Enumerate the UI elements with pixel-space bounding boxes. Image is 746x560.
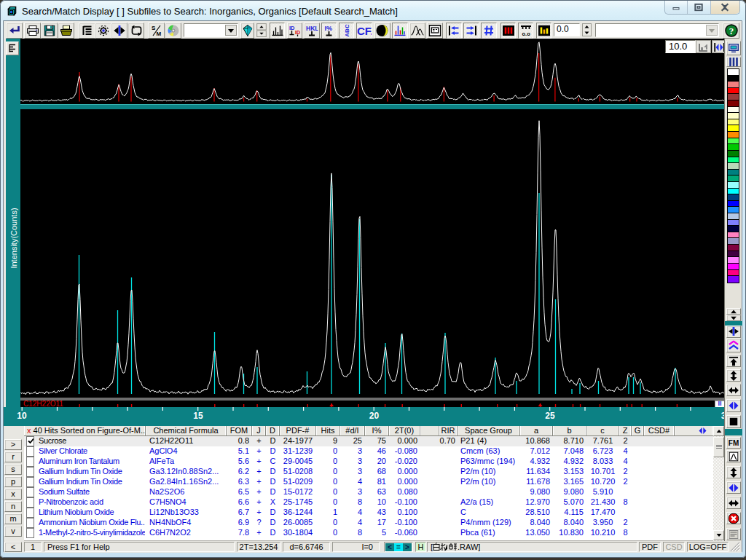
svg-text:o.o: o.o — [522, 31, 530, 36]
svg-text:S: S — [152, 25, 156, 31]
svg-text:ABC: ABC — [343, 24, 350, 37]
svg-text:HKL: HKL — [306, 25, 318, 32]
svg-text:ID: ID — [289, 25, 295, 31]
svg-text:M: M — [156, 31, 161, 36]
svg-text:I%: I% — [324, 25, 332, 32]
svg-text:ID: ID — [295, 30, 300, 35]
svg-text:?: ? — [729, 25, 734, 36]
svg-text:CF.: CF. — [357, 25, 372, 36]
